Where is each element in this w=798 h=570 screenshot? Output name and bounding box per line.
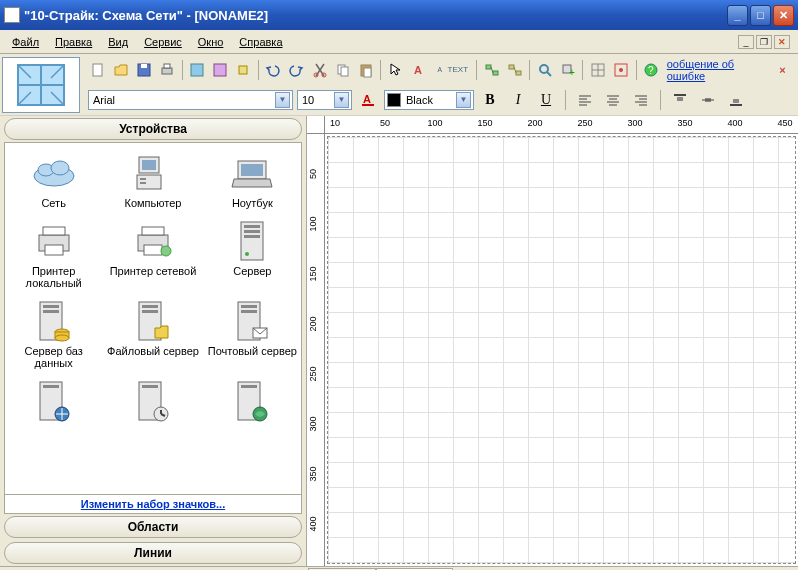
svg-rect-71 [144,245,162,255]
align-left-button[interactable] [574,89,596,111]
ruler-tick: 250 [308,366,318,381]
server-icon [228,219,276,263]
paste-button[interactable] [355,59,376,81]
svg-rect-86 [142,310,158,313]
chevron-down-icon[interactable]: ▼ [275,92,290,108]
redo-button[interactable] [286,59,307,81]
save-button[interactable] [133,59,154,81]
areas-panel-header[interactable]: Области [4,516,302,538]
export-visio-button[interactable] [210,59,231,81]
new-button[interactable] [87,59,108,81]
device-item-printer[interactable]: Принтер локальный [5,215,102,293]
device-item-file-server[interactable]: Файловый сервер [104,295,201,373]
canvas[interactable] [327,136,796,564]
chevron-down-icon[interactable]: ▼ [334,92,349,108]
chevron-down-icon[interactable]: ▼ [456,92,471,108]
minimize-button[interactable]: _ [727,5,748,26]
color-combo[interactable]: Black ▼ [384,90,474,110]
text-tool-button[interactable]: A [408,59,429,81]
device-label: Почтовый сервер [208,345,297,357]
valign-bottom-button[interactable] [725,89,747,111]
menu-file[interactable]: Файл [4,33,47,51]
font-size-combo[interactable]: 10 ▼ [297,90,352,110]
device-item-computer[interactable]: Компьютер [104,147,201,213]
svg-rect-67 [43,227,65,235]
menu-edit[interactable]: Правка [47,33,100,51]
ruler-corner [307,116,325,134]
server3-icon [129,379,177,423]
device-item-server4[interactable] [204,375,301,429]
file-server-icon [129,299,177,343]
align-right-button[interactable] [630,89,652,111]
device-item-server[interactable]: Сервер [204,215,301,293]
font-color-button[interactable]: A [357,89,379,111]
lines-panel-header[interactable]: Линии [4,542,302,564]
laptop-icon [228,151,276,195]
align-center-button[interactable] [602,89,624,111]
svg-rect-19 [486,65,491,69]
menu-window[interactable]: Окно [190,33,232,51]
devices-panel-header[interactable]: Устройства [4,118,302,140]
db-server-icon [30,299,78,343]
print-button[interactable] [156,59,177,81]
link-button[interactable] [481,59,502,81]
svg-rect-75 [244,230,260,233]
error-close-icon[interactable]: × [772,59,793,81]
menu-view[interactable]: Вид [100,33,136,51]
device-label: Принтер локальный [7,265,100,289]
svg-text:+: + [569,67,575,78]
svg-rect-76 [244,235,260,238]
close-button[interactable]: ✕ [773,5,794,26]
copy-image-button[interactable] [233,59,254,81]
select-button[interactable] [385,59,406,81]
device-item-server2[interactable] [5,375,102,429]
device-label: Сервер баз данных [7,345,100,369]
help-button[interactable]: ? [641,59,662,81]
svg-text:A: A [363,93,371,105]
valign-top-button[interactable] [669,89,691,111]
mdi-minimize-button[interactable]: _ [738,35,754,49]
font-name-combo[interactable]: Arial ▼ [88,90,293,110]
svg-rect-100 [241,385,257,388]
ruler-tick: 250 [577,118,592,128]
copy-button[interactable] [332,59,353,81]
bold-button[interactable]: B [479,89,501,111]
toolbars: A ATEXT + ? ообщение об ошибке × Arial [0,54,798,116]
cut-button[interactable] [309,59,330,81]
ruler-tick: 150 [477,118,492,128]
grid-button[interactable] [587,59,608,81]
device-item-laptop[interactable]: Ноутбук [204,147,301,213]
error-report-link[interactable]: ообщение об ошибке [667,58,771,82]
label-tool-button[interactable]: ATEXT [432,59,472,81]
change-icons-link[interactable]: Изменить набор значков... [4,495,302,514]
menu-help[interactable]: Справка [231,33,290,51]
ruler-tick: 100 [427,118,442,128]
svg-line-21 [491,67,493,73]
svg-rect-95 [142,385,158,388]
svg-text:?: ? [648,65,654,76]
undo-button[interactable] [263,59,284,81]
mdi-close-button[interactable]: ✕ [774,35,790,49]
export-image-button[interactable] [186,59,207,81]
device-label: Ноутбук [232,197,273,209]
underline-button[interactable]: U [535,89,557,111]
device-item-db-server[interactable]: Сервер баз данных [5,295,102,373]
device-item-cloud[interactable]: Сеть [5,147,102,213]
snap-button[interactable] [611,59,632,81]
svg-text:A: A [437,66,442,73]
device-item-server3[interactable] [104,375,201,429]
menu-service[interactable]: Сервис [136,33,190,51]
valign-middle-button[interactable] [697,89,719,111]
computer-icon [129,151,177,195]
device-item-net-printer[interactable]: Принтер сетевой [104,215,201,293]
svg-line-26 [547,72,551,76]
svg-rect-22 [509,65,514,69]
open-button[interactable] [110,59,131,81]
device-item-mail-server[interactable]: Почтовый сервер [204,295,301,373]
link2-button[interactable] [504,59,525,81]
italic-button[interactable]: I [507,89,529,111]
add-device-button[interactable]: + [557,59,578,81]
maximize-button[interactable]: □ [750,5,771,26]
mdi-restore-button[interactable]: ❐ [756,35,772,49]
scan-button[interactable] [534,59,555,81]
